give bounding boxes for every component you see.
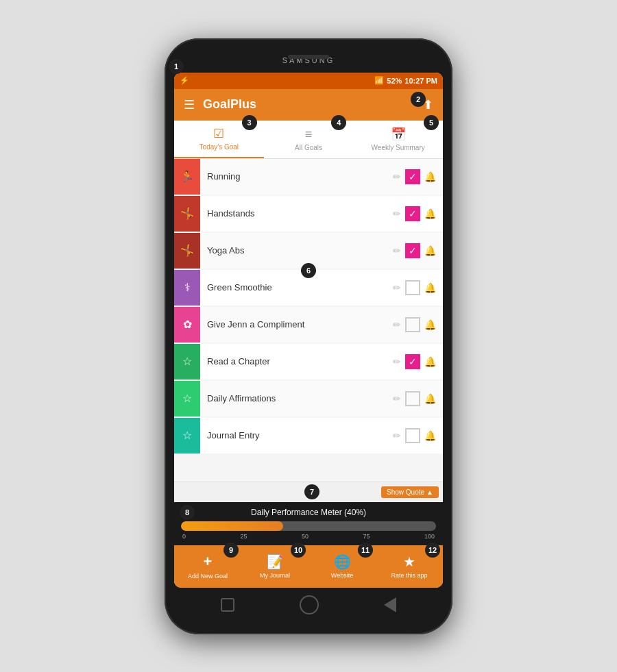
bottom-nav: 9 + Add New Goal 10 📝 My Journal 11 🌐 We… [174, 545, 443, 588]
goal-color-handstands: 🤸 [174, 196, 200, 232]
usb-icon: ⚡ [180, 76, 189, 85]
goal-actions-compliment: ✏ 🔔 [393, 317, 443, 332]
checkbox-yoga[interactable]: ✓ [405, 243, 420, 258]
nav-website[interactable]: 11 🌐 Website [308, 545, 376, 588]
website-label: Website [331, 572, 353, 579]
checkbox-compliment[interactable] [405, 317, 420, 332]
show-quote-button[interactable]: Show Quote ▲ [381, 486, 439, 498]
badge-12: 12 [425, 543, 440, 558]
edit-icon-affirmations[interactable]: ✏ [393, 393, 401, 404]
tab-all[interactable]: 4 ≡ All Goals [264, 121, 354, 158]
goal-actions-affirmations: ✏ 🔔 [393, 391, 443, 406]
hamburger-icon[interactable]: ☰ [184, 97, 195, 112]
badge-8: 8 [180, 505, 195, 520]
goal-name-running: Running [200, 171, 393, 182]
goal-color-smoothie: ⚕ [174, 270, 200, 306]
goal-name-compliment: Give Jenn a Compliment [200, 319, 393, 329]
badge-7: 7 [304, 484, 319, 499]
marker-0: 0 [182, 533, 186, 540]
today-tab-label: Today's Goal [199, 143, 239, 151]
tab-weekly[interactable]: 5 📅 Weekly Summary [353, 121, 443, 158]
app-bar: 1 ☰ GoalPlus 2 ⬆ [174, 89, 443, 121]
bell-icon-compliment[interactable]: 🔔 [424, 319, 436, 330]
weekly-tab-icon: 📅 [391, 127, 406, 142]
phone-screen: ⚡ 📶 52% 10:27 PM 1 ☰ GoalPlus 2 ⬆ 3 ☑ To… [174, 73, 443, 588]
badge-10: 10 [291, 543, 306, 558]
rate-label: Rate this app [391, 572, 427, 579]
nav-rate[interactable]: 12 ★ Rate this app [376, 545, 443, 588]
goal-color-read: ☆ [174, 344, 200, 379]
goal-actions-smoothie: ✏ 🔔 [393, 280, 443, 295]
edit-icon-journal[interactable]: ✏ [393, 430, 401, 441]
goal-actions-handstands: ✏ ✓ 🔔 [393, 206, 443, 221]
bell-icon-handstands[interactable]: 🔔 [424, 208, 436, 219]
back-button[interactable] [384, 597, 396, 612]
performance-fill [181, 521, 283, 531]
show-quote-label: Show Quote [387, 488, 424, 496]
goal-item-read: ☆ Read a Chapter ✏ ✓ 🔔 [174, 344, 443, 379]
show-quote-bar: 7 Show Quote ▲ [174, 482, 443, 502]
app-title: GoalPlus [203, 97, 408, 112]
status-left: ⚡ [180, 76, 189, 85]
badge-2: 2 [411, 92, 426, 107]
bell-icon-smoothie[interactable]: 🔔 [424, 282, 436, 293]
goal-actions-yoga: ✏ ✓ 🔔 [393, 243, 443, 258]
badge-9: 9 [223, 543, 239, 558]
nav-journal[interactable]: 10 📝 My Journal [241, 545, 308, 588]
edit-icon-yoga[interactable]: ✏ [393, 245, 401, 256]
checkbox-journal[interactable] [405, 428, 420, 443]
goal-color-yoga: 🤸 [174, 233, 200, 269]
badge-6: 6 [301, 263, 316, 278]
checkbox-affirmations[interactable] [405, 391, 420, 406]
goal-name-handstands: Handstands [200, 208, 393, 219]
checkbox-running[interactable]: ✓ [405, 169, 420, 184]
tab-bar: 3 ☑ Today's Goal 4 ≡ All Goals 5 📅 Weekl… [174, 121, 443, 159]
all-tab-label: All Goals [295, 144, 322, 151]
goal-item-compliment: ✿ Give Jenn a Compliment ✏ 🔔 [174, 307, 443, 343]
goal-item-smoothie: 6 ⚕ Green Smoothie ✏ 🔔 [174, 270, 443, 306]
today-tab-icon: ☑ [213, 126, 224, 141]
bell-icon-journal[interactable]: 🔔 [424, 430, 436, 441]
goal-name-smoothie: Green Smoothie [200, 282, 393, 293]
signal-icon: 📶 [374, 76, 384, 85]
add-goal-label: Add New Goal [188, 573, 228, 580]
edit-icon-smoothie[interactable]: ✏ [393, 282, 401, 293]
marker-75: 75 [363, 533, 370, 540]
bell-icon-read[interactable]: 🔔 [424, 356, 436, 367]
tab-today[interactable]: 3 ☑ Today's Goal [174, 121, 264, 158]
checkbox-read[interactable]: ✓ [405, 354, 420, 369]
goal-color-running: 🏃 [174, 159, 200, 195]
bell-icon-running[interactable]: 🔔 [424, 171, 436, 182]
edit-icon-compliment[interactable]: ✏ [393, 319, 401, 330]
checkbox-smoothie[interactable] [405, 280, 420, 295]
rate-icon: ★ [403, 553, 415, 570]
status-bar: ⚡ 📶 52% 10:27 PM [174, 73, 443, 89]
home-button[interactable] [300, 595, 319, 614]
phone-bottom-buttons [174, 588, 443, 622]
bell-icon-yoga[interactable]: 🔔 [424, 245, 436, 256]
performance-label: Daily Performance Meter (40%) [181, 508, 436, 517]
edit-icon-read[interactable]: ✏ [393, 356, 401, 367]
status-right: 📶 52% 10:27 PM [374, 76, 437, 85]
performance-track [181, 521, 436, 531]
goal-actions-journal: ✏ 🔔 [393, 428, 443, 443]
goal-actions-running: ✏ ✓ 🔔 [393, 169, 443, 184]
marker-50: 50 [302, 533, 308, 540]
website-icon: 🌐 [334, 553, 351, 570]
phone-frame: SAMSUNG ⚡ 📶 52% 10:27 PM 1 ☰ GoalPlus 2 … [165, 38, 452, 634]
phone-top-bar: SAMSUNG [174, 51, 443, 70]
bell-icon-affirmations[interactable]: 🔔 [424, 393, 436, 404]
weekly-tab-label: Weekly Summary [372, 144, 425, 151]
show-quote-arrow: ▲ [426, 488, 433, 496]
checkbox-handstands[interactable]: ✓ [405, 206, 420, 221]
badge-tab-5: 5 [424, 115, 439, 130]
goal-item-journal: ☆ Journal Entry ✏ 🔔 [174, 418, 443, 453]
goal-item-running: 🏃 Running ✏ ✓ 🔔 [174, 159, 443, 195]
goal-name-read: Read a Chapter [200, 356, 393, 366]
nav-add-goal[interactable]: 9 + Add New Goal [174, 545, 241, 588]
recent-apps-button[interactable] [221, 598, 234, 612]
add-goal-icon: + [204, 553, 213, 571]
battery-level: 52% [387, 77, 402, 85]
edit-icon-running[interactable]: ✏ [393, 171, 401, 182]
edit-icon-handstands[interactable]: ✏ [393, 208, 401, 219]
